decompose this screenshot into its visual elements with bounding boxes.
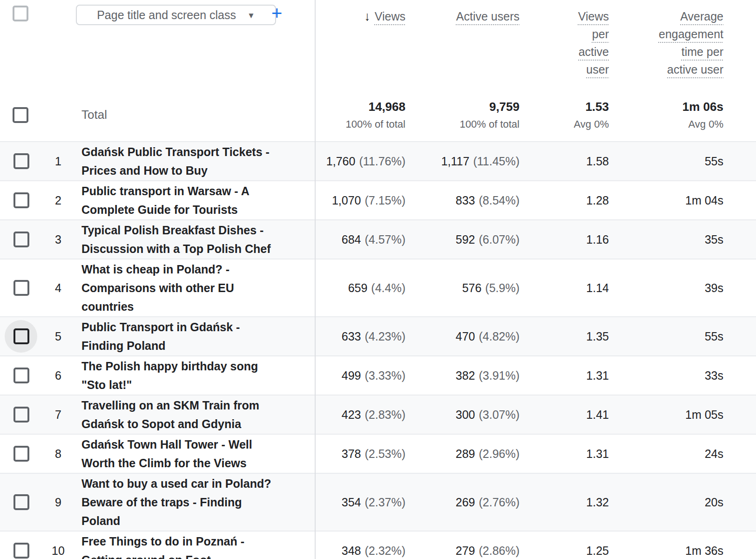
add-dimension-button[interactable]: + — [271, 3, 282, 23]
active-users-value: 300 — [456, 408, 475, 422]
active-users-cell: 269 (2.76%) — [405, 474, 520, 531]
views-cell: 633 (4.23%) — [315, 317, 405, 355]
row-index: 2 — [47, 181, 70, 219]
page-title-cell: Typical Polish Breakfast Dishes - Discus… — [81, 220, 315, 259]
analytics-pages-table: Page title and screen class ▼ + ↓ Views … — [0, 0, 756, 559]
row-checkbox[interactable] — [14, 543, 29, 559]
header-left: Page title and screen class ▼ + — [0, 0, 315, 89]
views-per-user-value: 1.32 — [586, 496, 609, 509]
page-title-cell: The Polish happy birthday song "Sto lat!… — [81, 356, 315, 395]
views-per-user-value: 1.58 — [586, 155, 609, 168]
column-header-views[interactable]: ↓ Views — [315, 7, 405, 89]
active-users-percent: (3.07%) — [479, 408, 520, 422]
row-checkbox[interactable] — [14, 368, 29, 383]
active-users-value: 382 — [456, 369, 475, 382]
row-index: 5 — [47, 317, 70, 355]
views-cell: 1,070 (7.15%) — [315, 181, 405, 219]
active-users-cell: 300 (3.07%) — [405, 395, 520, 434]
views-per-user-cell: 1.31 — [520, 435, 609, 473]
page-title-cell: Gdańsk Public Transport Tickets - Prices… — [81, 142, 315, 180]
row-checkbox[interactable] — [14, 494, 29, 510]
engagement-cell: 1m 05s — [609, 395, 756, 434]
views-per-user-cell: 1.32 — [520, 474, 609, 531]
totals-engagement-value: 1m 06s — [682, 100, 723, 114]
totals-checkbox[interactable] — [13, 107, 28, 123]
views-value: 684 — [342, 233, 361, 246]
views-value: 348 — [342, 544, 361, 558]
table-row: 1 Gdańsk Public Transport Tickets - Pric… — [0, 141, 756, 180]
active-users-percent: (2.96%) — [479, 447, 520, 461]
row-checkbox-cell — [0, 142, 29, 180]
views-percent: (7.15%) — [364, 194, 405, 207]
select-all-checkbox[interactable] — [13, 6, 28, 21]
views-cell: 499 (3.33%) — [315, 356, 405, 395]
row-checkbox-cell — [0, 181, 29, 219]
views-value: 378 — [342, 447, 361, 461]
engagement-cell: 55s — [609, 317, 756, 355]
active-users-percent: (4.82%) — [479, 330, 520, 343]
table-row: 5 Public Transport in Gdańsk - Finding P… — [0, 316, 756, 355]
column-header-label: Active users — [456, 7, 520, 25]
views-percent: (4.23%) — [364, 330, 405, 343]
row-checkbox[interactable] — [14, 446, 29, 462]
row-index: 1 — [47, 142, 70, 180]
column-header-avg-engagement-time[interactable]: Average engagement time per active user — [609, 7, 756, 89]
totals-engagement-sub: Avg 0% — [688, 118, 723, 130]
views-per-user-cell: 1.58 — [520, 142, 609, 180]
table-body: 1 Gdańsk Public Transport Tickets - Pric… — [0, 141, 756, 559]
column-header-active-users[interactable]: Active users — [405, 7, 520, 89]
column-header-views-per-active-user[interactable]: Views per active user — [520, 7, 609, 89]
table-row: 3 Typical Polish Breakfast Dishes - Disc… — [0, 219, 756, 259]
page-title-cell: Free Things to do in Poznań - Getting ar… — [81, 532, 315, 559]
active-users-cell: 470 (4.82%) — [405, 317, 520, 355]
row-checkbox[interactable] — [14, 192, 29, 208]
engagement-cell: 24s — [609, 435, 756, 473]
dimension-selector-dropdown[interactable]: Page title and screen class ▼ — [76, 5, 276, 25]
metric-headers: ↓ Views Active users Views per active us… — [315, 0, 756, 89]
views-per-user-value: 1.25 — [586, 544, 609, 558]
engagement-value: 24s — [705, 447, 723, 461]
table-header: Page title and screen class ▼ + ↓ Views … — [0, 0, 756, 89]
row-checkbox[interactable] — [14, 407, 29, 423]
engagement-cell: 1m 04s — [609, 181, 756, 219]
row-checkbox[interactable] — [14, 153, 29, 169]
views-cell: 423 (2.83%) — [315, 395, 405, 434]
views-percent: (3.33%) — [364, 369, 405, 382]
totals-views-per-user-sub: Avg 0% — [574, 118, 609, 130]
engagement-value: 35s — [705, 233, 723, 246]
row-checkbox-cell — [0, 435, 29, 473]
views-value: 499 — [342, 369, 361, 382]
active-users-value: 1,117 — [441, 155, 470, 168]
row-checkbox-cell — [0, 474, 29, 531]
active-users-cell: 382 (3.91%) — [405, 356, 520, 395]
chevron-down-icon: ▼ — [247, 10, 255, 20]
totals-label: Total — [81, 108, 107, 122]
table-row: 2 Public transport in Warsaw - A Complet… — [0, 180, 756, 219]
views-percent: (2.53%) — [364, 447, 405, 461]
views-value: 633 — [342, 330, 361, 343]
active-users-value: 833 — [456, 194, 475, 207]
active-users-percent: (8.54%) — [479, 194, 520, 207]
active-users-percent: (11.45%) — [473, 155, 520, 168]
row-index: 8 — [47, 435, 70, 473]
totals-active-users: 9,759 100% of total — [405, 89, 520, 141]
engagement-cell: 20s — [609, 474, 756, 531]
page-title-cell: Gdańsk Town Hall Tower - Well Worth the … — [81, 435, 315, 473]
views-per-user-cell: 1.25 — [520, 532, 609, 559]
table-row: 9 Want to buy a used car in Poland? Bewa… — [0, 473, 756, 531]
page-title-cell: What is cheap in Poland? - Comparisons w… — [81, 259, 315, 316]
page-title-cell: Public Transport in Gdańsk - Finding Pol… — [81, 317, 315, 355]
active-users-percent: (6.07%) — [479, 233, 520, 246]
row-checkbox[interactable] — [14, 280, 29, 296]
row-checkbox[interactable] — [14, 328, 29, 344]
row-checkbox[interactable] — [14, 232, 29, 247]
views-cell: 659 (4.4%) — [315, 259, 405, 316]
page-title-cell: Want to buy a used car in Poland? Beware… — [81, 474, 315, 531]
totals-views-sub: 100% of total — [346, 118, 405, 130]
active-users-cell: 279 (2.86%) — [405, 532, 520, 559]
engagement-value: 55s — [705, 330, 723, 343]
views-percent: (2.32%) — [364, 544, 405, 558]
row-index: 7 — [47, 395, 70, 434]
active-users-cell: 1,117 (11.45%) — [405, 142, 520, 180]
views-per-user-cell: 1.35 — [520, 317, 609, 355]
